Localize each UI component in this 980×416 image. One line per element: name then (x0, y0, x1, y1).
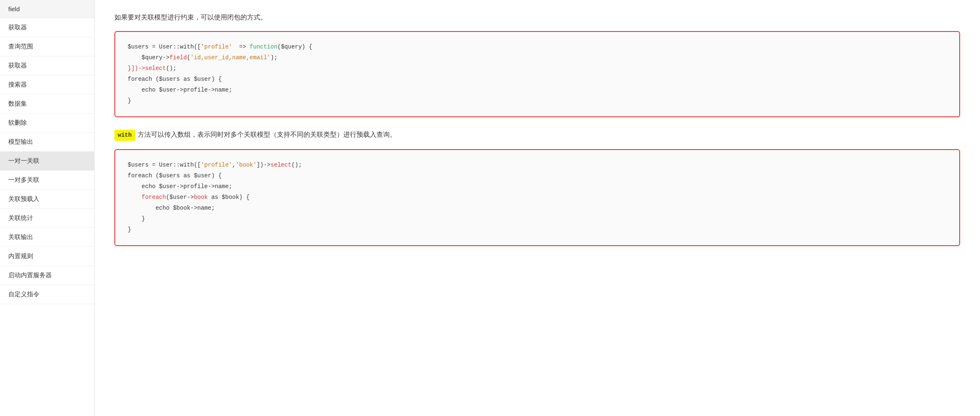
sidebar-item-built-in-rules[interactable]: 内置规则 (0, 247, 94, 266)
main-content: 如果要对关联模型进行约束，可以使用闭包的方式。 $users = User::w… (95, 0, 980, 416)
sidebar-item-model-output[interactable]: 模型输出 (0, 133, 94, 152)
code-line: foreach($user->book as $book) { (128, 192, 947, 203)
code-line: foreach ($users as $user) { (128, 74, 947, 85)
sidebar-item-assoc-output[interactable]: 关联输出 (0, 228, 94, 247)
with-badge: with (114, 130, 135, 141)
sidebar-item-soft-delete[interactable]: 软删除 (0, 114, 94, 133)
code-line: echo $book->name; (128, 203, 947, 214)
sidebar-item-built-in-server[interactable]: 启动内置服务器 (0, 266, 94, 285)
code-line: } (128, 96, 947, 106)
code-block-2: $users = User::with(['profile','book'])-… (114, 149, 960, 246)
method-desc-text: 方法可以传入数组，表示同时对多个关联模型（支持不同的关联类型）进行预载入查询。 (138, 129, 396, 140)
sidebar-item-accessor2[interactable]: 获取器 (0, 56, 94, 75)
code-line: $users = User::with(['profile','book'])-… (128, 160, 947, 171)
code-line: echo $user->profile->name; (128, 181, 947, 192)
code-line: } (128, 225, 947, 235)
code-line: foreach ($users as $user) { (128, 171, 947, 181)
code-block-1: $users = User::with(['profile' => functi… (114, 31, 960, 117)
sidebar-item-one-to-many[interactable]: 一对多关联 (0, 171, 94, 190)
sidebar-item-one-to-one[interactable]: 一对一关联 (0, 152, 94, 171)
method-description: with 方法可以传入数组，表示同时对多个关联模型（支持不同的关联类型）进行预载… (114, 129, 960, 141)
code-line: } (128, 214, 947, 225)
code-line: $users = User::with(['profile' => functi… (128, 42, 947, 53)
sidebar-item-searcher[interactable]: 搜索器 (0, 75, 94, 94)
intro-text: 如果要对关联模型进行约束，可以使用闭包的方式。 (114, 12, 960, 23)
sidebar-item-accessor[interactable]: 获取器 (0, 18, 94, 37)
sidebar-item-query-scope[interactable]: 查询范围 (0, 37, 94, 56)
sidebar-item-eager-load[interactable]: 关联预载入 (0, 190, 94, 209)
sidebar-item-field[interactable]: field (0, 0, 94, 18)
sidebar: field获取器查询范围获取器搜索器数据集软删除模型输出一对一关联一对多关联关联… (0, 0, 95, 416)
sidebar-item-custom-cmd[interactable]: 自定义指令 (0, 285, 94, 304)
code-line: $query->field('id,user_id,name,email'); (128, 53, 947, 63)
sidebar-item-dataset[interactable]: 数据集 (0, 94, 94, 114)
code-line: echo $user->profile->name; (128, 85, 947, 96)
sidebar-item-assoc-count[interactable]: 关联统计 (0, 209, 94, 228)
code-line: }])->select(); (128, 63, 947, 74)
